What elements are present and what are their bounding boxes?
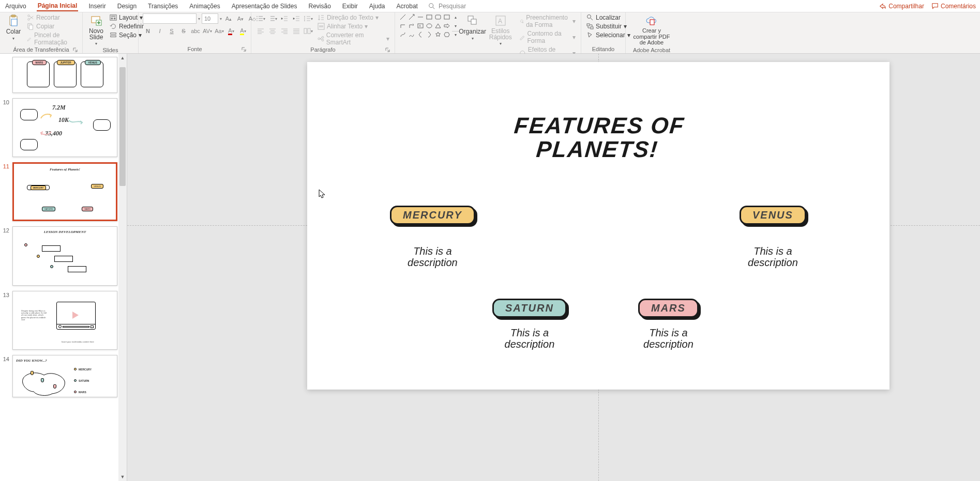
triangle-icon bbox=[435, 23, 441, 29]
slide-thumb-14[interactable]: 14 DID YOU KNOW...? MERCURY SATURN MARS bbox=[2, 355, 117, 397]
planet-mars[interactable]: MARS This is adescription bbox=[638, 299, 699, 350]
slide-thumb-11[interactable]: 11 Features of Planets! MERCURY VENUS SA… bbox=[2, 162, 117, 221]
svg-point-5 bbox=[28, 19, 30, 21]
scroll-up-arrow[interactable]: ▲ bbox=[118, 54, 127, 62]
find-button[interactable]: Localizar bbox=[585, 13, 631, 22]
new-slide-button[interactable]: Novo Slide ▾ bbox=[87, 13, 105, 47]
menu-apresentacao[interactable]: Apresentação de Slides bbox=[231, 2, 298, 11]
hexagon-icon bbox=[444, 32, 450, 38]
shape-fill-button[interactable]: Preenchimento da Forma▾ bbox=[518, 13, 577, 29]
smartart-button[interactable]: Converter em SmartArt▾ bbox=[316, 31, 390, 46]
brush-icon bbox=[27, 35, 32, 42]
svg-text:A: A bbox=[498, 18, 502, 25]
tell-me-search[interactable]: Pesquisar bbox=[428, 3, 466, 10]
justify-button[interactable] bbox=[291, 26, 301, 36]
menu-pagina-inicial[interactable]: Página Inicial bbox=[37, 1, 79, 11]
font-name-combo[interactable] bbox=[143, 13, 197, 24]
align-left-button[interactable] bbox=[255, 26, 266, 36]
char-spacing-button[interactable]: AV▾ bbox=[202, 26, 213, 36]
launcher-icon[interactable] bbox=[385, 48, 390, 53]
replace-button[interactable]: Substituir▾ bbox=[585, 22, 631, 30]
layout-label: Layout bbox=[119, 14, 138, 21]
arrow-icon bbox=[409, 14, 415, 20]
comments-button[interactable]: Comentários bbox=[931, 3, 976, 10]
slide-title[interactable]: Features of Planets! bbox=[305, 114, 892, 161]
mercury-desc2: description bbox=[408, 257, 458, 268]
shrink-font-button[interactable]: A▾ bbox=[235, 13, 246, 24]
shape-outline-button[interactable]: Contorno da Forma▾ bbox=[518, 29, 577, 45]
menu-acrobat[interactable]: Acrobat bbox=[396, 2, 419, 11]
strike-button[interactable]: S bbox=[178, 26, 189, 36]
font-size-combo[interactable]: 10 bbox=[202, 13, 218, 24]
svg-rect-50 bbox=[591, 27, 593, 29]
line-icon bbox=[400, 14, 406, 20]
slide-thumb-13[interactable]: 13 Despite being red, Mars is actually a… bbox=[2, 291, 117, 350]
adobe-create-share-button[interactable]: Crear y compartir PDF de Adobe bbox=[630, 13, 673, 47]
slide-thumb-10[interactable]: 10 7.2M 10K 33,400 bbox=[2, 98, 117, 157]
align-left-icon bbox=[257, 27, 264, 35]
paste-button[interactable]: Colar ▾ bbox=[4, 13, 23, 42]
share-button[interactable]: Compartilhar bbox=[879, 3, 924, 10]
planet-mercury[interactable]: MERCURY This is adescription bbox=[390, 206, 475, 268]
planet-venus[interactable]: VENUS This is adescription bbox=[740, 206, 806, 268]
cut-button[interactable]: Recortar bbox=[26, 13, 78, 22]
svg-point-47 bbox=[587, 15, 591, 19]
numbering-button[interactable]: ▾ bbox=[267, 13, 278, 24]
copy-button[interactable]: Copiar bbox=[26, 22, 78, 30]
slide-thumb-12[interactable]: 12 LESSON DEVELOPMENT bbox=[2, 226, 117, 285]
numbering-icon bbox=[268, 15, 275, 22]
svg-point-19 bbox=[257, 18, 258, 19]
thumbnail-scrollbar[interactable]: ▲ ▼ bbox=[118, 54, 127, 481]
format-painter-button[interactable]: Pincel de Formatação bbox=[26, 31, 78, 46]
slide-canvas[interactable]: Features of Planets! MERCURY This is ade… bbox=[127, 54, 980, 481]
highlight-button[interactable]: A▾ bbox=[238, 26, 248, 36]
svg-rect-18 bbox=[259, 16, 263, 17]
italic-button[interactable]: I bbox=[155, 26, 165, 36]
underline-button[interactable]: S bbox=[167, 26, 177, 36]
quick-styles-button[interactable]: A Estilos Rápidos▾ bbox=[486, 13, 515, 47]
menu-transicoes[interactable]: Transições bbox=[147, 2, 179, 11]
menu-design[interactable]: Design bbox=[116, 2, 138, 11]
align-center-button[interactable] bbox=[267, 26, 278, 36]
slide-surface[interactable]: Features of Planets! MERCURY This is ade… bbox=[307, 62, 889, 390]
columns-button[interactable]: ▾ bbox=[303, 26, 313, 36]
launcher-icon[interactable] bbox=[242, 47, 247, 52]
planet-saturn[interactable]: SATURN This is adescription bbox=[492, 299, 567, 350]
scroll-handle[interactable] bbox=[119, 67, 126, 186]
select-button[interactable]: Selecionar▾ bbox=[585, 31, 631, 39]
text-direction-button[interactable]: Direção do Texto▾ bbox=[316, 13, 390, 22]
menu-animacoes[interactable]: Animações bbox=[188, 2, 221, 11]
svg-rect-13 bbox=[111, 18, 113, 20]
more-shapes-icon[interactable]: ▾ bbox=[452, 31, 459, 38]
shape-outline-label: Contorno da Forma bbox=[527, 30, 570, 44]
bullets-button[interactable]: ▾ bbox=[255, 13, 266, 24]
font-color-button[interactable]: A▾ bbox=[226, 26, 236, 36]
svg-line-32 bbox=[400, 14, 405, 20]
align-text-button[interactable]: Alinhar Texto▾ bbox=[316, 22, 390, 30]
line-spacing-button[interactable]: ▾ bbox=[303, 13, 313, 24]
menu-arquivo[interactable]: Arquivo bbox=[4, 2, 27, 11]
menu-exibir[interactable]: Exibir bbox=[341, 2, 359, 11]
menu-ajuda[interactable]: Ajuda bbox=[368, 2, 386, 11]
indent-dec-button[interactable] bbox=[279, 13, 290, 24]
pdf-cloud-icon bbox=[645, 14, 658, 27]
slide-thumb-9[interactable]: MARS JUPITER VENUS bbox=[2, 57, 117, 93]
svg-rect-3 bbox=[11, 15, 16, 17]
launcher-icon[interactable] bbox=[73, 48, 78, 53]
shapes-gallery[interactable]: ▴ A ▾ ▾ bbox=[399, 13, 459, 38]
replace-label: Substituir bbox=[596, 23, 622, 30]
indent-inc-button[interactable] bbox=[291, 13, 301, 24]
align-right-button[interactable] bbox=[279, 26, 290, 36]
bold-button[interactable]: N bbox=[143, 26, 153, 36]
menu-inserir[interactable]: Inserir bbox=[87, 2, 107, 11]
change-case-button[interactable]: Aa▾ bbox=[214, 26, 224, 36]
mini-mercury: MERCURY bbox=[27, 185, 50, 190]
scroll-down-arrow[interactable]: ▼ bbox=[118, 473, 127, 481]
arrange-button[interactable]: Organizar▾ bbox=[462, 13, 483, 42]
thumb-num-12: 12 bbox=[2, 226, 9, 234]
svg-point-0 bbox=[429, 3, 433, 7]
svg-point-45 bbox=[522, 22, 523, 23]
shadow-button[interactable]: abc bbox=[190, 26, 201, 36]
menu-revisao[interactable]: Revisão bbox=[307, 2, 331, 11]
grow-font-button[interactable]: A▴ bbox=[223, 13, 234, 24]
